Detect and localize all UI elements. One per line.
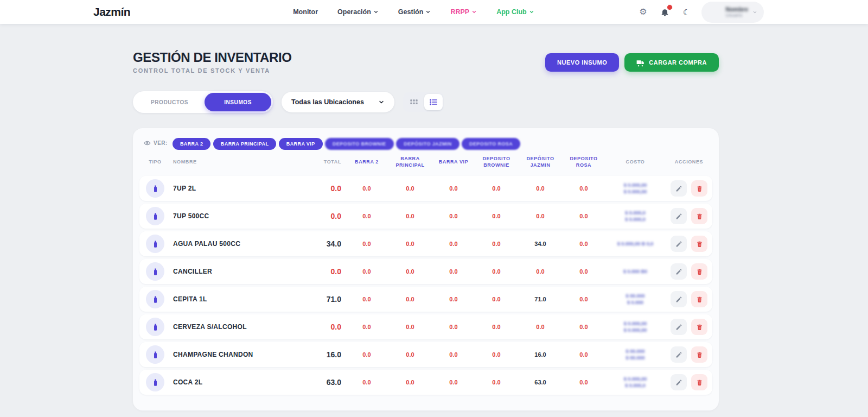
item-name: CANCILLER — [171, 268, 299, 275]
edit-button[interactable] — [671, 319, 687, 335]
cost-value-redacted: $ 0.000,00$ 0.000,00 — [605, 182, 666, 195]
load-purchase-button[interactable]: CARGAR COMPRA — [624, 53, 719, 72]
app-logo[interactable]: Jazmín — [93, 5, 130, 18]
bottle-icon — [146, 345, 164, 364]
stock-barra-vip: 0.0 — [432, 185, 475, 192]
filter-chip-barra-vip[interactable]: BARRA VIP — [279, 138, 323, 150]
stock-barra-principal: 0.0 — [388, 185, 432, 192]
col-header-deposito-jazmin: DEPÓSITO JAZMIN — [518, 155, 563, 168]
stock-barra-principal: 0.0 — [388, 268, 432, 275]
total-value: 0.0 — [299, 267, 346, 276]
filter-chip-deposito-jazmin[interactable]: DEPÓSITO JAZMIN — [396, 138, 459, 150]
delete-button[interactable] — [691, 180, 707, 197]
top-navbar: Jazmín MonitorOperaciónGestiónRRPPApp Cl… — [0, 0, 868, 24]
item-name: CEPITA 1L — [171, 295, 299, 303]
stock-deposito-brownie: 0.0 — [475, 213, 518, 219]
cost-value-redacted: $ 0.000,00 B 0,0 — [605, 241, 666, 247]
grid-view-button[interactable] — [405, 94, 423, 110]
col-header-total: TOTAL — [299, 159, 346, 165]
filter-chip-deposito-brownie[interactable]: DEPOSITO BROWNIE — [325, 138, 394, 150]
edit-button[interactable] — [671, 291, 687, 307]
filter-chip-deposito-rosa[interactable]: DEPOSITO ROSA — [462, 138, 520, 150]
stock-deposito-rosa: 0.0 — [563, 324, 605, 330]
nav-item-app-club[interactable]: App Club — [496, 8, 534, 16]
edit-button[interactable] — [671, 346, 687, 363]
nav-item-gestion[interactable]: Gestión — [398, 8, 431, 16]
stock-deposito-rosa: 0.0 — [563, 351, 605, 358]
stock-deposito-brownie: 0.0 — [475, 379, 518, 386]
nav-item-monitor[interactable]: Monitor — [293, 8, 318, 16]
filter-chip-barra-principal[interactable]: BARRA PRINCIPAL — [213, 138, 277, 150]
dark-mode-button[interactable]: ☾ — [680, 5, 693, 18]
cost-value-redacted: $ 0.000,0$ 0.000,0 — [605, 210, 666, 223]
item-name: 7UP 2L — [171, 185, 299, 192]
inventory-row-cerveza-s-alcohol: CERVEZA S/ALCOHOL0.00.00.00.00.00.00.0$ … — [139, 314, 712, 339]
chevron-down-icon — [471, 9, 477, 15]
edit-button[interactable] — [671, 208, 687, 224]
grid-icon — [410, 98, 418, 106]
page-subtitle: CONTROL TOTAL DE STOCK Y VENTA — [133, 67, 292, 74]
stock-deposito-jazmin: 71.0 — [518, 296, 563, 302]
list-view-button[interactable] — [424, 94, 443, 110]
stock-deposito-jazmin: 0.0 — [518, 268, 563, 275]
bottle-icon — [146, 373, 164, 391]
stock-barra-2: 0.0 — [346, 296, 388, 302]
stock-deposito-rosa: 0.0 — [563, 185, 605, 192]
stock-deposito-jazmin: 34.0 — [518, 241, 563, 247]
delete-button[interactable] — [691, 319, 707, 335]
col-header-acciones: ACCIONES — [666, 159, 712, 165]
stock-deposito-brownie: 0.0 — [475, 241, 518, 247]
stock-barra-vip: 0.0 — [432, 241, 475, 247]
inventory-row-coca-2l: COCA 2L63.00.00.00.00.063.00.0$ 0.000,00… — [139, 370, 712, 395]
stock-barra-2: 0.0 — [346, 268, 388, 275]
stock-deposito-rosa: 0.0 — [563, 213, 605, 219]
cost-value-redacted: $ 0.000,00$ 0.000,00 — [605, 320, 666, 333]
tab-insumos[interactable]: INSUMOS — [205, 93, 271, 111]
nav-item-rrpp[interactable]: RRPP — [450, 8, 477, 16]
user-menu[interactable]: Nombre Usuario — [701, 2, 764, 23]
new-supply-button[interactable]: NUEVO INSUMO — [545, 53, 619, 72]
list-icon — [429, 98, 438, 106]
cost-value-redacted: $ 00.000$ 00.000 — [605, 348, 666, 361]
moon-icon: ☾ — [683, 8, 690, 16]
edit-button[interactable] — [671, 236, 687, 252]
stock-barra-2: 0.0 — [346, 185, 388, 192]
delete-button[interactable] — [691, 291, 707, 307]
location-select[interactable]: Todas las Ubicaciones — [282, 92, 394, 112]
total-value: 71.0 — [299, 295, 346, 304]
eye-icon — [144, 140, 151, 147]
stock-deposito-rosa: 0.0 — [563, 241, 605, 247]
notifications-button[interactable] — [658, 5, 671, 18]
stock-barra-2: 0.0 — [346, 241, 388, 247]
stock-barra-2: 0.0 — [346, 324, 388, 330]
chevron-down-icon — [378, 99, 385, 105]
col-header-tipo: TIPO — [139, 159, 171, 165]
edit-button[interactable] — [671, 374, 687, 390]
visibility-filter-row: VER: BARRA 2 BARRA PRINCIPAL BARRA VIP D… — [139, 135, 712, 154]
stock-barra-principal: 0.0 — [388, 241, 432, 247]
col-header-barra-principal: BARRA PRINCIPAL — [388, 155, 432, 168]
inventory-row-agua-palau-500cc: AGUA PALAU 500CC34.00.00.00.00.034.00.0$… — [139, 231, 712, 256]
edit-button[interactable] — [671, 180, 687, 197]
user-role-redacted: Usuario — [725, 12, 748, 18]
tab-productos[interactable]: PRODUCTOS — [135, 93, 205, 111]
total-value: 16.0 — [299, 350, 346, 359]
page-title: GESTIÓN DE INVENTARIO — [133, 50, 292, 65]
bottle-icon — [146, 290, 164, 308]
filter-chip-barra-2[interactable]: BARRA 2 — [173, 138, 210, 150]
inventory-row-7up-500cc: 7UP 500CC0.00.00.00.00.00.00.0$ 0.000,0$… — [139, 204, 712, 229]
user-name-redacted: Nombre — [725, 6, 748, 13]
delete-button[interactable] — [691, 236, 707, 252]
stock-deposito-jazmin: 0.0 — [518, 324, 563, 330]
settings-button[interactable]: ⚙ — [636, 5, 649, 18]
delete-button[interactable] — [691, 346, 707, 363]
total-value: 0.0 — [299, 184, 346, 193]
delete-button[interactable] — [691, 263, 707, 280]
delete-button[interactable] — [691, 374, 707, 390]
notification-badge — [667, 4, 673, 10]
item-name: AGUA PALAU 500CC — [171, 240, 299, 248]
truck-icon — [636, 59, 644, 67]
nav-item-operacion[interactable]: Operación — [337, 8, 379, 16]
delete-button[interactable] — [691, 208, 707, 224]
edit-button[interactable] — [671, 263, 687, 280]
